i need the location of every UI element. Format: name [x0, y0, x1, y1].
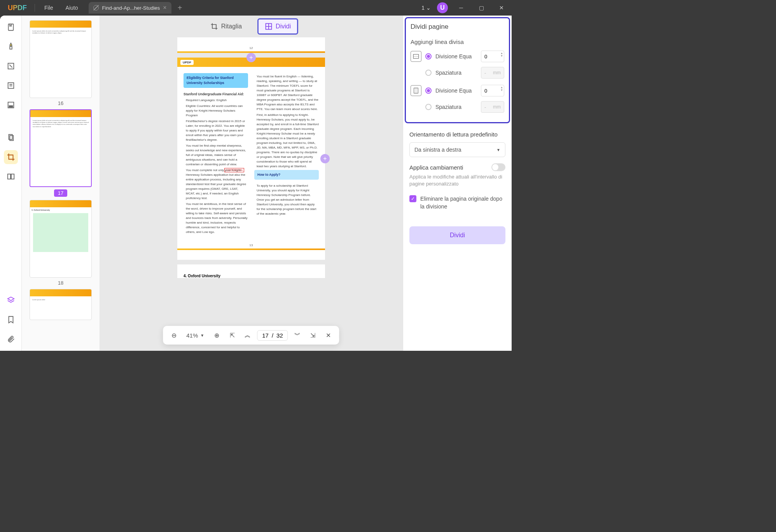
document-page: + + UPDF Eligibility Criteria for Stanfo…: [177, 58, 325, 260]
spacing-v-radio[interactable]: [425, 104, 432, 110]
menu-help[interactable]: Aiuto: [59, 5, 84, 11]
section-heading: Stanford Undergraduate Financial Aid:: [184, 92, 248, 97]
callout-heading: Eligibility Criteria for Stanford Univer…: [184, 73, 248, 88]
spacing-h-input: -mm: [481, 67, 504, 79]
help-text: Applica le modifiche attuali all'interva…: [409, 173, 505, 187]
page-fragment: 12: [177, 37, 325, 53]
bookmark-tool[interactable]: [4, 20, 18, 34]
thumbnail-item[interactable]: Lorem ipsum dolor sit amet consectetur a…: [26, 109, 95, 197]
bullet-text: First/Bachelor's degree received in 2015…: [184, 119, 248, 142]
checkbox-label: Eliminare la pagina originale dopo la di…: [420, 195, 505, 210]
delete-original-checkbox[interactable]: ✓: [409, 195, 416, 202]
thumbnails-panel[interactable]: Lorem ipsum dolor sit amet consectetur a…: [22, 16, 100, 351]
thumbnail-number: 16: [58, 100, 63, 106]
first-page-button[interactable]: ⇱: [226, 329, 238, 341]
viewer-bottom-bar: ⊖ 41% ▼ ⊕ ⇱ ︽ 17 / 32 ︾ ⇲ ✕: [163, 326, 339, 345]
highlight-tool[interactable]: [4, 40, 18, 54]
document-scroll[interactable]: 12 + + UPDF Eligibility Criteria for Sta…: [100, 37, 403, 351]
redact-tool[interactable]: [4, 98, 18, 112]
add-split-right-button[interactable]: +: [320, 154, 330, 163]
current-page: 17: [262, 332, 269, 339]
thumbnail-item[interactable]: Lorem ipsum dolor: [26, 289, 95, 320]
next-page-button[interactable]: ︾: [291, 329, 304, 341]
radio-label: Spaziatura: [435, 70, 477, 76]
radio-label: Divisione Equa: [435, 53, 477, 60]
minimize-button[interactable]: ─: [454, 2, 468, 13]
crop-tool[interactable]: [4, 150, 18, 164]
watermark: CONFIDENCIAL: [224, 168, 244, 172]
thumbnail-number: 18: [58, 280, 63, 286]
tab-close-button[interactable]: ×: [163, 4, 166, 11]
split-icon: [265, 23, 273, 30]
radio-label: Spaziatura: [435, 104, 477, 110]
divider: [35, 4, 35, 12]
bullet-text: First, in addition to applying to Knight…: [254, 113, 319, 169]
bullet-text: You must be first-step mental sharpness,…: [184, 144, 248, 167]
crop-icon: [210, 23, 218, 30]
equal-division-h-input[interactable]: 0▲▼: [481, 51, 504, 62]
zoom-in-button[interactable]: ⊕: [210, 329, 223, 341]
tab-icon: [93, 5, 99, 10]
close-button[interactable]: ✕: [495, 2, 509, 13]
compare-tool[interactable]: [4, 170, 18, 184]
spacing-v-input: -mm: [481, 101, 504, 113]
page-fragment: 4. Oxford University: [177, 264, 325, 278]
bullet-text: Eligible Countries: All world countries …: [184, 104, 248, 118]
app-logo: UPDF: [3, 4, 31, 12]
equal-division-v-radio[interactable]: [425, 88, 432, 94]
svg-rect-8: [11, 174, 14, 179]
page-logo: UPDF: [180, 60, 194, 65]
split-action-button[interactable]: Dividi: [409, 226, 505, 244]
edit-tool[interactable]: [4, 59, 18, 73]
new-tab-button[interactable]: +: [178, 4, 182, 12]
document-viewer: Ritaglia Dividi 12 + + UPDF: [100, 16, 403, 351]
titlebar: UPDF File Aiuto Find-and-Ap...her-Studie…: [0, 0, 512, 16]
pages-tool[interactable]: [4, 131, 18, 145]
user-avatar[interactable]: U: [437, 2, 448, 13]
total-pages: 32: [276, 332, 283, 339]
radio-label: Divisione Equa: [435, 88, 477, 94]
reading-order-select[interactable]: Da sinistra a destra ▼: [409, 142, 505, 157]
apply-changes-toggle[interactable]: [491, 163, 505, 171]
layers-tool[interactable]: [4, 293, 18, 307]
bullet-text: You must be ambitious, in the best sense…: [184, 202, 248, 234]
count-value: 1: [421, 5, 425, 11]
zoom-dropdown[interactable]: 41% ▼: [183, 332, 207, 339]
bullet-text: You must complete not only your Knight-H…: [184, 168, 248, 201]
bullet-text: You must be fluent in English — listenin…: [254, 74, 319, 112]
vertical-split-icon: [411, 85, 421, 96]
page-number: 13: [177, 242, 325, 248]
thumbnail-item[interactable]: 4. Oxford University 18: [26, 200, 95, 286]
add-split-top-button[interactable]: +: [246, 53, 256, 62]
menu-file[interactable]: File: [38, 5, 59, 11]
spacing-h-radio[interactable]: [425, 70, 432, 76]
thumbnail-number: 17: [54, 189, 67, 197]
callout-heading: How to Apply?: [254, 170, 319, 180]
close-bar-button[interactable]: ✕: [322, 329, 335, 341]
horizontal-split-icon: [411, 51, 421, 62]
tools-sidebar: [0, 16, 22, 351]
page-number: 12: [177, 45, 325, 51]
window-count[interactable]: 1 ⌄: [421, 5, 431, 11]
chevron-down-icon: ▼: [496, 148, 500, 152]
maximize-button[interactable]: ▢: [474, 2, 488, 13]
section-heading: 4. Oxford University: [184, 274, 319, 278]
last-page-button[interactable]: ⇲: [307, 329, 319, 341]
apply-changes-label: Applica cambiamenti: [409, 164, 463, 171]
form-tool[interactable]: [4, 79, 18, 93]
equal-division-v-input[interactable]: 0▲▼: [481, 85, 504, 96]
document-tab[interactable]: Find-and-Ap...her-Studies ×: [89, 2, 171, 14]
chevron-down-icon: ⌄: [426, 5, 431, 11]
panel-title: Dividi pagine: [411, 23, 504, 31]
split-mode-button[interactable]: Dividi: [257, 18, 298, 35]
tab-title: Find-and-Ap...her-Studies: [102, 5, 160, 11]
bookmark-nav-tool[interactable]: [4, 313, 18, 327]
prev-page-button[interactable]: ︽: [241, 329, 254, 341]
equal-division-h-radio[interactable]: [425, 53, 432, 60]
attachment-tool[interactable]: [4, 332, 18, 346]
crop-mode-button[interactable]: Ritaglia: [204, 19, 248, 33]
reading-order-label: Orientamento di lettura predefinito: [409, 131, 505, 138]
zoom-out-button[interactable]: ⊖: [168, 329, 180, 341]
page-indicator[interactable]: 17 / 32: [257, 330, 288, 341]
thumbnail-item[interactable]: Lorem ipsum dolor sit amet consectetur a…: [26, 20, 95, 106]
